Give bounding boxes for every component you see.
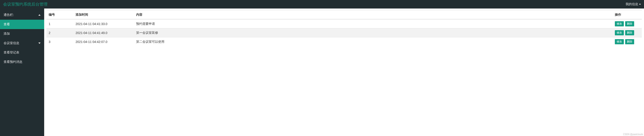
main-container: 通告栏: 查看 添加 会议室信息 查看登记表 查看预约消息 编号 添加时间 内容 [0,8,644,136]
chevron-down-icon [38,42,40,44]
sidebar-item-label: 查看 [4,22,10,26]
app-title: 会议室预约系统后台管理 [3,1,48,7]
table-header-row: 编号 添加时间 内容 操作 [46,10,642,19]
cell-content: 第一会议室装修 [134,28,612,37]
cell-time: 2021-04-11 04:41:49.0 [73,28,134,37]
sidebar-item-view[interactable]: 查看 [0,20,44,29]
column-header-time: 添加时间 [73,10,134,19]
my-info-dropdown[interactable]: 我的信息 [626,2,641,6]
chevron-down-icon [639,4,641,5]
table-row: 3 2021-04-11 04:42:07.0 第二会议室可以使用 修改 删除 [46,37,642,46]
delete-button[interactable]: 删除 [625,21,634,26]
sidebar-item-label: 查看预约消息 [4,60,22,64]
delete-button[interactable]: 删除 [625,30,634,35]
sidebar-item-notice-board[interactable]: 通告栏: [0,10,44,20]
sidebar-item-add[interactable]: 添加 [0,29,44,38]
main-content: 编号 添加时间 内容 操作 1 2021-04-11 04:41:33.0 预约… [44,8,644,136]
column-header-id: 编号 [46,10,73,19]
cell-actions: 修改 删除 [612,28,642,37]
column-header-content: 内容 [134,10,612,19]
edit-button[interactable]: 修改 [615,21,624,26]
chevron-up-icon [38,14,40,16]
watermark: CSDN @pastclouds [623,133,643,136]
notice-table: 编号 添加时间 内容 操作 1 2021-04-11 04:41:33.0 预约… [46,10,642,46]
cell-id: 2 [46,28,73,37]
cell-id: 3 [46,37,73,46]
delete-button[interactable]: 删除 [625,39,634,44]
cell-content: 第二会议室可以使用 [134,37,612,46]
sidebar-item-label: 通告栏: [4,13,14,17]
table-row: 1 2021-04-11 04:41:33.0 预约需要申请 修改 删除 [46,19,642,28]
edit-button[interactable]: 修改 [615,39,624,44]
cell-actions: 修改 删除 [612,19,642,28]
cell-time: 2021-04-11 04:41:33.0 [73,19,134,28]
sidebar-item-view-booking[interactable]: 查看预约消息 [0,57,44,67]
my-info-label: 我的信息 [626,2,638,6]
sidebar-item-label: 查看登记表 [4,51,19,55]
table-row: 2 2021-04-11 04:41:49.0 第一会议室装修 修改 删除 [46,28,642,37]
sidebar-item-label: 会议室信息 [4,41,19,45]
cell-time: 2021-04-11 04:42:07.0 [73,37,134,46]
sidebar-item-label: 添加 [4,32,10,36]
top-header: 会议室预约系统后台管理 我的信息 [0,0,644,8]
sidebar-item-view-register[interactable]: 查看登记表 [0,48,44,57]
column-header-action: 操作 [612,10,642,19]
sidebar-item-room-info[interactable]: 会议室信息 [0,38,44,48]
edit-button[interactable]: 修改 [615,30,624,35]
sidebar: 通告栏: 查看 添加 会议室信息 查看登记表 查看预约消息 [0,8,44,136]
cell-content: 预约需要申请 [134,19,612,28]
cell-id: 1 [46,19,73,28]
cell-actions: 修改 删除 [612,37,642,46]
